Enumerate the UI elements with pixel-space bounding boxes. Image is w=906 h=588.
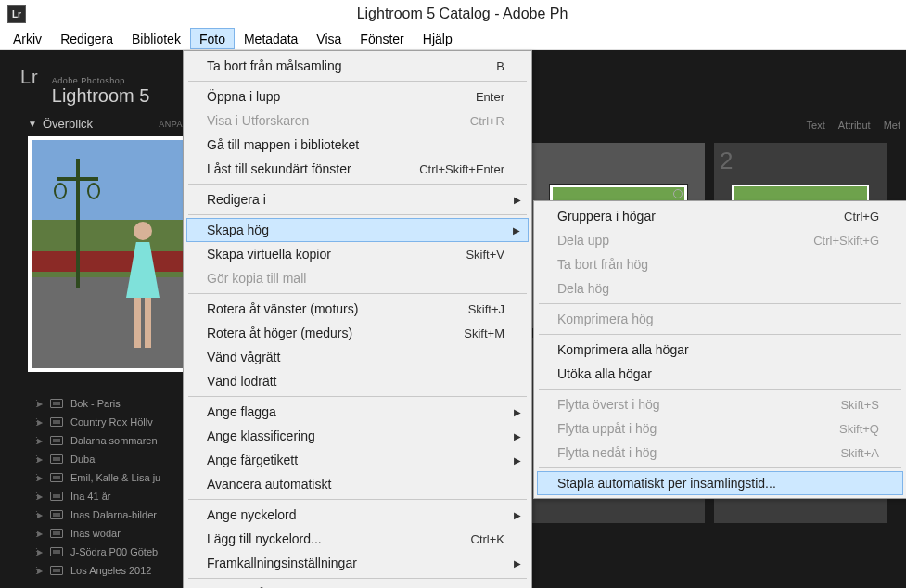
submenu-arrow-icon: ▶ (514, 431, 521, 441)
expand-icon: ▶ (37, 567, 43, 575)
menu-bibliotek[interactable]: Bibliotek (122, 28, 190, 49)
menu-vand-vagratt[interactable]: Vänd vågrätt (186, 345, 529, 369)
collection-label: Los Angeles 2012 (70, 565, 151, 576)
expand-icon: ▶ (37, 548, 43, 556)
menu-ta-bort-malsamling[interactable]: Ta bort från målsamlingB (186, 54, 529, 78)
collection-icon (50, 529, 63, 538)
submenu-arrow-icon: ▶ (514, 407, 521, 417)
app-icon: Lr (7, 5, 26, 23)
collection-label: Inas wodar (70, 528, 121, 539)
menu-avancera-auto[interactable]: Avancera automatiskt (186, 472, 529, 496)
collection-label: J-Södra P00 Göteb (70, 546, 158, 557)
menu-separator (539, 467, 901, 468)
filter-attribut[interactable]: Attribut (838, 120, 871, 131)
expand-icon: ▶ (37, 474, 43, 482)
menu-arkiv[interactable]: Arkiv (4, 28, 51, 49)
collection-item[interactable]: ⋮▶Bok - Paris (28, 394, 195, 413)
collection-icon (50, 566, 63, 575)
collection-item[interactable]: ⋮▶Inas wodar (28, 524, 195, 543)
submenu-komprimera-hog: Komprimera hög (537, 307, 903, 331)
menu-skapa-virtuella[interactable]: Skapa virtuella kopiorSkift+V (186, 242, 529, 266)
menu-ga-till-mappen[interactable]: Gå till mappen i biblioteket (186, 133, 529, 157)
collection-item[interactable]: ⋮▶Los Angeles 2012 (28, 561, 195, 580)
menu-fonster[interactable]: Fönster (351, 28, 413, 49)
submenu-komprimera-alla[interactable]: Komprimera alla högar (537, 338, 903, 362)
submenu-arrow-icon: ▶ (514, 455, 521, 466)
expand-icon: ▶ (37, 400, 43, 408)
collection-label: Ina 41 år (70, 491, 110, 502)
menu-ange-klass[interactable]: Ange klassificering▶ (186, 424, 529, 448)
menu-ange-nyckelord[interactable]: Ange nyckelord▶ (186, 503, 529, 527)
collection-label: Country Rox Höllv (70, 416, 153, 428)
collection-item[interactable]: ⋮▶Emil, Kalle & Lisa ju (28, 468, 195, 487)
menu-redigera[interactable]: Redigera (51, 28, 122, 49)
menu-lagg-till-nyckelord[interactable]: Lägg till nyckelord...Ctrl+K (186, 527, 529, 551)
filter-text[interactable]: Text (807, 120, 825, 131)
submenu-utoka-alla[interactable]: Utöka alla högar (537, 362, 903, 386)
filter-met[interactable]: Met (884, 120, 900, 131)
brand: Lr Adobe Photoshop Lightroom 5 (20, 67, 149, 107)
expand-icon: ▶ (37, 511, 43, 519)
submenu-ta-bort-hog: Ta bort från hög (537, 252, 903, 276)
collection-icon (50, 473, 63, 482)
filter-bar: Text Attribut Met (807, 117, 906, 134)
menu-separator (539, 334, 901, 335)
brand-big: Lightroom 5 (52, 85, 150, 107)
overblick-title: Överblick (43, 117, 93, 131)
collection-item[interactable]: ⋮▶J-Södra P00 Göteb (28, 543, 195, 561)
expand-icon: ▶ (37, 437, 43, 445)
menu-gor-kopia-mall: Gör kopia till mall (186, 266, 529, 290)
menu-metadata[interactable]: Metadata (235, 28, 307, 49)
submenu-arrow-icon: ▶ (514, 510, 521, 520)
menu-vand-lodratt[interactable]: Vänd lodrätt (186, 369, 529, 393)
menu-rotera-hoger[interactable]: Rotera åt höger (medurs)Skift+M (186, 321, 529, 345)
menu-foto[interactable]: Foto (190, 28, 235, 49)
preview-frame[interactable] (28, 136, 189, 372)
submenu-gruppera[interactable]: Gruppera i högarCtrl+G (537, 204, 903, 228)
expand-icon: ▶ (37, 492, 43, 501)
menu-framkallning[interactable]: Framkallningsinställningar▶ (186, 551, 529, 575)
collection-item[interactable]: ⋮▶Country Rox Höllv (28, 413, 195, 431)
title-bar: Lr Lightroom 5 Catalog - Adobe Ph (0, 0, 906, 28)
menu-skapa-hog[interactable]: Skapa hög▶ (186, 218, 529, 242)
panel-header-overblick[interactable]: ▼ Överblick ANPASS (28, 117, 195, 131)
submenu-flytta-overst[interactable]: Flytta överst i högSkift+S (537, 392, 903, 416)
menu-ange-farg[interactable]: Ange färgetikett▶ (186, 448, 529, 472)
brand-lr: Lr (20, 67, 39, 88)
menu-redigera-i[interactable]: Redigera i▶ (186, 187, 529, 211)
submenu-arrow-icon: ▶ (514, 195, 521, 205)
submenu-dela-upp[interactable]: Dela uppCtrl+Skift+G (537, 228, 903, 252)
menu-last-sekundart[interactable]: Låst till sekundärt fönsterCtrl+Skift+En… (186, 157, 529, 181)
collection-icon (50, 492, 63, 501)
submenu-flytta-uppat[interactable]: Flytta uppåt i högSkift+Q (537, 416, 903, 441)
collections-list: ⋮▶Bok - Paris ⋮▶Country Rox Höllv ⋮▶Dala… (28, 394, 195, 580)
preview-image (32, 140, 185, 368)
menu-separator (188, 396, 527, 397)
collection-icon (50, 436, 63, 445)
disclosure-triangle-icon: ▼ (28, 119, 37, 129)
menu-ange-flagga[interactable]: Ange flagga▶ (186, 400, 529, 424)
submenu-arrow-icon: ▶ (514, 558, 521, 569)
menu-visa-utforskaren[interactable]: Visa i UtforskarenCtrl+R (186, 109, 529, 133)
menu-ta-bort-samling[interactable]: Ta bort från samlingBacksteg (186, 582, 529, 588)
window-title: Lightroom 5 Catalog - Adobe Ph (26, 6, 906, 22)
menu-oppna-lupp[interactable]: Öppna i luppEnter (186, 84, 529, 109)
submenu-flytta-nedat[interactable]: Flytta nedåt i högSkift+A (537, 441, 903, 465)
menu-separator (188, 499, 527, 500)
brand-small: Adobe Photoshop (52, 76, 150, 85)
collection-item[interactable]: ⋮▶Dubai (28, 450, 195, 468)
collection-item[interactable]: ⋮▶Dalarna sommaren (28, 431, 195, 450)
menu-bar: Arkiv Redigera Bibliotek Foto Metadata V… (0, 28, 906, 50)
collection-icon (50, 510, 63, 519)
submenu-stapla-auto[interactable]: Stapla automatiskt per insamlingstid... (537, 471, 903, 495)
menu-visa[interactable]: Visa (307, 28, 351, 49)
menu-separator (188, 578, 527, 579)
collection-item[interactable]: ⋮▶Inas Dalarna-bilder (28, 505, 195, 524)
menu-separator (188, 214, 527, 215)
menu-rotera-vanster[interactable]: Rotera åt vänster (moturs)Skift+J (186, 297, 529, 321)
menu-hjalp[interactable]: Hjälp (414, 28, 462, 49)
collection-item[interactable]: ⋮▶Ina 41 år (28, 487, 195, 505)
menu-separator (188, 184, 527, 185)
expand-icon: ▶ (37, 455, 43, 464)
menu-separator (539, 303, 901, 304)
